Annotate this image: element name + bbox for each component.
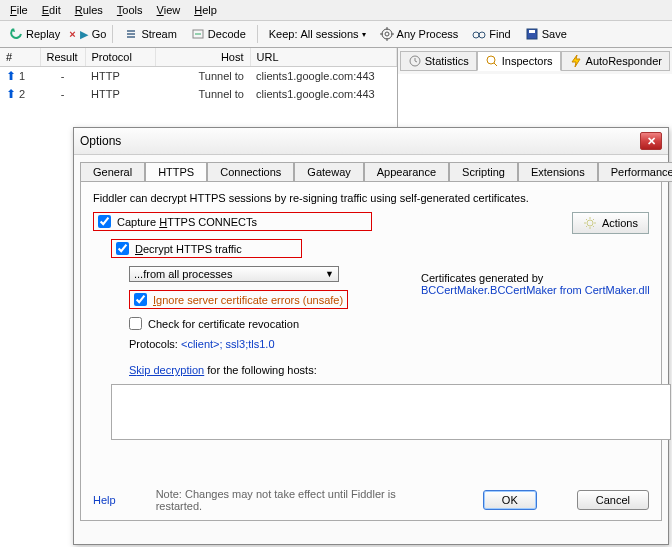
tab-performance[interactable]: Performance	[598, 162, 672, 182]
svg-point-9	[587, 220, 593, 226]
skip-decryption-link[interactable]: Skip decryption	[129, 364, 204, 376]
target-icon	[380, 27, 394, 41]
options-dialog: Options ✕ General HTTPS Connections Gate…	[73, 127, 669, 545]
tab-extensions[interactable]: Extensions	[518, 162, 598, 182]
protocols-row: Protocols: <client>; ssl3;tls1.0	[129, 338, 649, 350]
dialog-tabs: General HTTPS Connections Gateway Appear…	[74, 155, 668, 181]
tab-connections[interactable]: Connections	[207, 162, 294, 182]
checkbox-input[interactable]	[98, 215, 111, 228]
capture-label: Capture HTTPS CONNECTs	[117, 216, 257, 228]
chevron-down-icon: ▼	[325, 269, 334, 279]
dialog-footer: Help Note: Changes may not take effect u…	[81, 488, 661, 512]
svg-point-1	[382, 29, 392, 39]
replay-button[interactable]: Replay	[4, 24, 65, 44]
tab-scripting[interactable]: Scripting	[449, 162, 518, 182]
table-row[interactable]: ⬆ 1 - HTTP Tunnel to clients1.google.com…	[0, 67, 396, 86]
protocols-link[interactable]: <client>; ssl3;tls1.0	[181, 338, 275, 350]
binoculars-icon	[472, 27, 486, 41]
svg-point-3	[473, 32, 479, 38]
ignore-errors-checkbox[interactable]: Ignore server certificate errors (unsafe…	[134, 293, 343, 306]
go-label[interactable]: Go	[92, 28, 107, 40]
close-tab-icon[interactable]: ×	[69, 28, 75, 40]
cancel-button[interactable]: Cancel	[577, 490, 649, 510]
decode-button[interactable]: Decode	[186, 24, 251, 44]
stream-button[interactable]: Stream	[119, 24, 181, 44]
find-label: Find	[489, 28, 510, 40]
toolbar: Replay × ▶ Go Stream Decode Keep: All se…	[0, 21, 672, 48]
menu-rules[interactable]: Rules	[69, 2, 109, 18]
stream-label: Stream	[141, 28, 176, 40]
tab-gateway[interactable]: Gateway	[294, 162, 363, 182]
checkbox-input[interactable]	[129, 317, 142, 330]
revocation-label: Check for certificate revocation	[148, 318, 299, 330]
ignore-highlight: Ignore server certificate errors (unsafe…	[129, 290, 348, 309]
intro-text: Fiddler can decrypt HTTPS sessions by re…	[93, 192, 649, 204]
col-protocol[interactable]: Protocol	[85, 48, 155, 67]
upload-icon: ⬆	[6, 87, 16, 101]
gear-icon	[583, 216, 597, 230]
protocols-label: Protocols:	[129, 338, 181, 350]
svg-point-2	[385, 32, 389, 36]
process-label: Any Process	[397, 28, 459, 40]
clock-icon	[408, 54, 422, 68]
keep-label: Keep:	[269, 28, 298, 40]
decrypt-label: Decrypt HTTPS traffic	[135, 243, 242, 255]
help-link[interactable]: Help	[93, 494, 116, 506]
tab-general[interactable]: General	[80, 162, 145, 182]
decrypt-traffic-checkbox[interactable]: Decrypt HTTPS traffic	[116, 242, 242, 255]
right-tabstrip: Statistics Inspectors AutoResponder	[398, 48, 672, 74]
close-icon: ✕	[647, 135, 656, 148]
col-host[interactable]: Host	[155, 48, 250, 67]
menu-tools[interactable]: Tools	[111, 2, 149, 18]
menu-view[interactable]: View	[151, 2, 187, 18]
checkbox-input[interactable]	[134, 293, 147, 306]
col-url[interactable]: URL	[250, 48, 396, 67]
menubar: File Edit Rules Tools View Help	[0, 0, 672, 21]
capture-highlight: Capture HTTPS CONNECTs	[93, 212, 372, 231]
separator	[112, 25, 113, 43]
dialog-titlebar[interactable]: Options ✕	[74, 128, 668, 155]
save-button[interactable]: Save	[520, 24, 572, 44]
svg-point-4	[479, 32, 485, 38]
tab-appearance[interactable]: Appearance	[364, 162, 449, 182]
go-arrow-icon[interactable]: ▶	[80, 28, 88, 41]
revocation-checkbox[interactable]: Check for certificate revocation	[129, 317, 649, 330]
cert-info: Certificates generated by BCCertMaker.BC…	[421, 272, 661, 296]
svg-rect-6	[529, 30, 535, 33]
close-button[interactable]: ✕	[640, 132, 662, 150]
keep-dropdown[interactable]: Keep: All sessions ▾	[264, 25, 371, 43]
process-select[interactable]: ...from all processes ▼	[129, 266, 339, 282]
svg-point-8	[487, 56, 495, 64]
skip-hosts-textarea[interactable]	[111, 384, 671, 440]
menu-help[interactable]: Help	[188, 2, 223, 18]
capture-connects-checkbox[interactable]: Capture HTTPS CONNECTs	[98, 215, 257, 228]
dialog-body: Fiddler can decrypt HTTPS sessions by re…	[80, 181, 662, 521]
menu-edit[interactable]: Edit	[36, 2, 67, 18]
menu-file[interactable]: File	[4, 2, 34, 18]
sessions-table: # Result Protocol Host URL ⬆ 1 - HTTP Tu…	[0, 48, 397, 103]
process-picker[interactable]: Any Process	[375, 24, 464, 44]
tab-autoresponder[interactable]: AutoResponder	[561, 51, 670, 71]
chevron-down-icon: ▾	[362, 30, 366, 39]
tab-https[interactable]: HTTPS	[145, 162, 207, 182]
select-value: ...from all processes	[134, 268, 232, 280]
disk-icon	[525, 27, 539, 41]
col-result[interactable]: Result	[40, 48, 85, 67]
tab-inspectors[interactable]: Inspectors	[477, 51, 561, 71]
col-num[interactable]: #	[0, 48, 40, 67]
cert-line2: BCCertMaker.BCCertMaker from CertMaker.d…	[421, 284, 661, 296]
separator	[257, 25, 258, 43]
replay-label: Replay	[26, 28, 60, 40]
tab-statistics[interactable]: Statistics	[400, 51, 477, 71]
find-button[interactable]: Find	[467, 24, 515, 44]
table-row[interactable]: ⬆ 2 - HTTP Tunnel to clients1.google.com…	[0, 85, 396, 103]
ok-button[interactable]: OK	[483, 490, 537, 510]
checkbox-input[interactable]	[116, 242, 129, 255]
replay-icon	[9, 27, 23, 41]
magnifier-icon	[485, 54, 499, 68]
cert-line1: Certificates generated by	[421, 272, 661, 284]
skip-row: Skip decryption for the following hosts:	[129, 364, 649, 376]
dialog-title: Options	[80, 134, 121, 148]
actions-button[interactable]: Actions	[572, 212, 649, 234]
stream-icon	[124, 27, 138, 41]
